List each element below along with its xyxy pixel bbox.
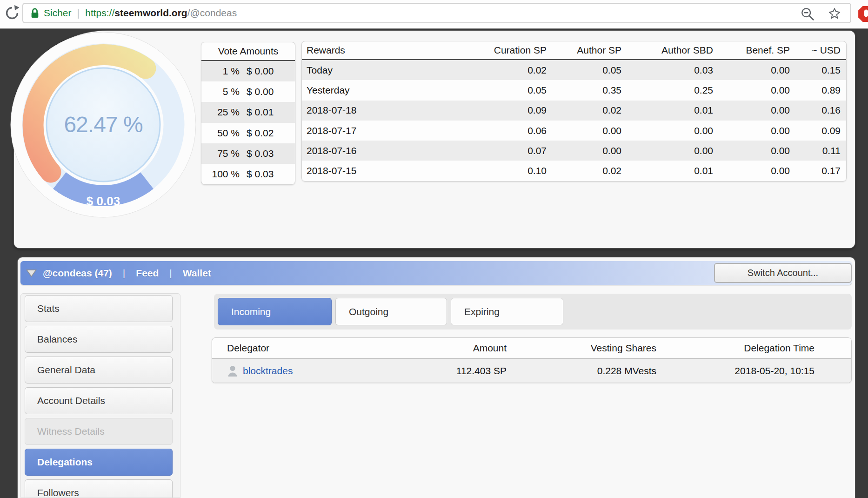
sidebar-item-account-details[interactable]: Account Details <box>25 387 173 414</box>
col-header: ~ USD <box>790 45 841 56</box>
col-header: Author SBD <box>621 45 713 56</box>
delegator-cell: blocktrades <box>212 365 421 377</box>
vote-amounts-title: Vote Amounts <box>201 42 295 61</box>
cell: 0.89 <box>790 85 841 96</box>
delegations-table: Delegator Amount Vesting Shares Delegati… <box>212 337 852 383</box>
secure-lock-icon[interactable] <box>30 7 40 19</box>
table-row: 1 % $ 0.00 <box>201 61 295 81</box>
col-header: Vesting Shares <box>507 343 656 354</box>
cell: 0.35 <box>547 85 621 96</box>
cell: 0.00 <box>713 125 790 136</box>
row-label: 2018-07-15 <box>307 165 460 176</box>
user-icon <box>227 365 238 377</box>
table-row: Yesterday 0.05 0.35 0.25 0.00 0.89 <box>302 80 846 100</box>
browser-chrome: Sicher | https:// steemworld.org /@conde… <box>0 0 868 29</box>
sidebar-item-delegations[interactable]: Delegations <box>25 449 173 476</box>
switch-account-button[interactable]: Switch Account... <box>714 263 852 283</box>
col-header: Benef. SP <box>713 45 790 56</box>
page-background: 62.47 % $ 0.03 Vote Amounts 1 % $ 0.00 5… <box>0 29 868 498</box>
vote-value: $ 0.00 <box>247 86 274 97</box>
table-row: 2018-07-17 0.06 0.00 0.00 0.00 0.09 <box>302 121 846 141</box>
tab-outgoing[interactable]: Outgoing <box>335 298 447 325</box>
table-row: 75 % $ 0.03 <box>201 143 295 164</box>
vote-value: $ 0.02 <box>247 128 274 139</box>
tab-expiring[interactable]: Expiring <box>451 298 563 325</box>
col-header: Rewards <box>307 45 460 56</box>
table-row: 2018-07-18 0.09 0.02 0.01 0.00 0.16 <box>302 101 846 121</box>
wallet-link[interactable]: Wallet <box>183 268 211 279</box>
vote-value: $ 0.01 <box>247 107 274 118</box>
row-label: 2018-07-17 <box>307 125 460 136</box>
sidebar-item-stats[interactable]: Stats <box>25 295 173 322</box>
sidebar-item-balances[interactable]: Balances <box>25 326 173 353</box>
vote-value: $ 0.03 <box>87 194 120 208</box>
col-header: Delegation Time <box>656 343 815 354</box>
urlbar-icons <box>800 4 842 24</box>
url-domain: steemworld.org <box>114 7 187 19</box>
table-row: 25 % $ 0.01 <box>201 102 295 122</box>
delegator-link[interactable]: blocktrades <box>243 365 293 377</box>
vote-pct: 1 % <box>201 66 240 77</box>
delegations-header: Delegator Amount Vesting Shares Delegati… <box>212 338 851 359</box>
account-name-link[interactable]: @condeas (47) <box>43 268 112 279</box>
cell: 0.25 <box>621 85 713 96</box>
sidebar-item-general-data[interactable]: General Data <box>25 357 173 384</box>
vote-pct: 100 % <box>201 168 240 180</box>
separator: | <box>169 268 172 279</box>
delegation-tabs: Incoming Outgoing Expiring <box>214 294 852 330</box>
col-header: Author SP <box>547 45 621 56</box>
reload-button[interactable] <box>4 5 20 21</box>
table-row: 5 % $ 0.00 <box>201 81 295 102</box>
adblock-octagon-icon <box>857 5 868 23</box>
zoom-out-icon[interactable] <box>800 7 815 21</box>
table-row: 2018-07-16 0.07 0.00 0.00 0.00 0.11 <box>302 141 846 161</box>
sidebar-item-followers[interactable]: Followers <box>25 479 173 498</box>
cell: 0.00 <box>713 105 790 116</box>
feed-link[interactable]: Feed <box>136 268 159 279</box>
cell: 0.00 <box>621 145 713 156</box>
vote-value: $ 0.00 <box>247 66 274 77</box>
cell: 0.05 <box>460 85 547 96</box>
table-row: 2018-07-15 0.10 0.02 0.01 0.00 0.17 <box>302 161 846 181</box>
vesting-cell: 0.228 MVests <box>507 365 656 377</box>
vote-value: $ 0.03 <box>247 148 274 159</box>
rewards-header: Rewards Curation SP Author SP Author SBD… <box>302 41 846 60</box>
sidebar: Stats Balances General Data Account Deta… <box>20 293 180 498</box>
security-label: Sicher <box>44 7 72 19</box>
cell: 0.09 <box>460 105 547 116</box>
cell: 0.07 <box>460 145 547 156</box>
cell: 0.00 <box>621 125 713 136</box>
tab-incoming[interactable]: Incoming <box>218 298 332 325</box>
cell: 0.09 <box>790 125 841 136</box>
account-dropdown-icon[interactable] <box>26 269 37 277</box>
url-bar[interactable]: Sicher | https:// steemworld.org /@conde… <box>22 3 851 23</box>
col-header: Delegator <box>212 343 421 354</box>
account-links: @condeas (47) | Feed | Wallet <box>43 268 211 279</box>
cell: 0.00 <box>713 65 790 76</box>
cell: 0.15 <box>790 65 841 76</box>
separator: | <box>123 268 125 279</box>
row-label: 2018-07-18 <box>307 105 460 116</box>
cell: 0.03 <box>621 65 713 76</box>
vote-pct: 75 % <box>201 148 240 159</box>
cell: 0.10 <box>460 165 547 176</box>
reload-icon <box>4 5 20 21</box>
cell: 0.00 <box>713 85 790 96</box>
cell: 0.01 <box>621 105 713 116</box>
cell: 0.00 <box>547 125 621 136</box>
voting-power-value: 62.47 % <box>64 112 142 137</box>
table-row: Today 0.02 0.05 0.03 0.00 0.15 <box>302 60 846 80</box>
table-row: 50 % $ 0.02 <box>201 123 295 143</box>
cell: 0.02 <box>547 165 621 176</box>
cell: 0.17 <box>790 165 841 176</box>
url-separator: | <box>77 7 80 19</box>
bookmark-star-icon[interactable] <box>827 7 842 21</box>
rewards-table: Rewards Curation SP Author SP Author SBD… <box>301 41 847 182</box>
vote-value: $ 0.03 <box>247 168 274 180</box>
url-protocol: https:// <box>85 7 114 19</box>
time-cell: 2018-05-20, 10:15 <box>656 365 815 377</box>
voting-power-gauge: 62.47 % $ 0.03 <box>10 32 196 218</box>
vote-pct: 50 % <box>201 128 240 139</box>
extension-button[interactable] <box>857 5 868 23</box>
amount-cell: 112.403 SP <box>421 365 507 377</box>
